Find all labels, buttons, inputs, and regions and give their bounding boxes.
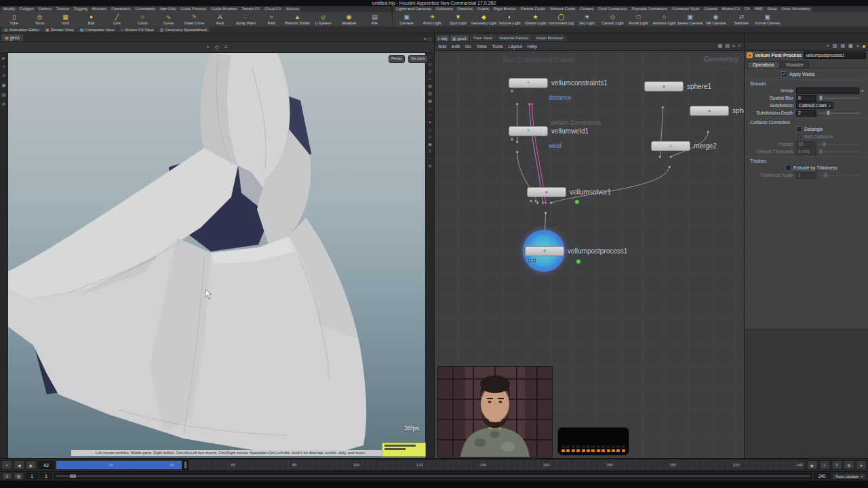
shelf-tab[interactable]: Fluid Containers [596,7,629,12]
menu-item[interactable]: Edit [452,44,460,49]
viewport-tool-icon[interactable]: △ [429,127,432,131]
shelf-tool[interactable]: ◇ Caustic Light [600,13,625,26]
info-dot-icon[interactable] [574,199,580,205]
shelf-tab[interactable]: Guide Process [178,7,208,12]
menu-item[interactable]: Tools [492,44,503,49]
viewport-tool-icon[interactable]: ◎ [428,62,431,66]
shelf-tab[interactable]: Viscous Fluids [548,7,577,12]
shelf-tab[interactable]: Characters [109,7,132,12]
shelf-tool[interactable]: □ Portal Light [626,13,651,26]
shelf-tool[interactable]: ◯ Environment Light [549,13,574,26]
shelf-tab[interactable]: Cloud FX [262,7,283,12]
section-smooth[interactable]: Smooth [746,79,867,87]
shelf-tool[interactable]: ◉ Metaball [336,13,361,26]
subdivision-dropdown[interactable]: Catmull-Clark ▾ [796,102,833,109]
section-collision-correction[interactable]: Collision Correction [746,118,867,125]
node-name-field[interactable] [804,52,866,59]
shelf-tool[interactable]: ▣ Normal Camera [755,13,780,26]
shelf-tool[interactable]: ▼ Spot Light [446,13,471,26]
menu-item[interactable]: Help [528,44,537,49]
info-dot-icon[interactable] [576,259,581,264]
node-vellumweld1[interactable]: * vellumweld1 [509,126,589,136]
subdivision-depth-slider[interactable] [819,113,860,114]
menubar-icon[interactable]: ≡ [732,43,735,49]
viewport-tool-icon[interactable]: ▣ [1,83,5,88]
viewport-3d-scene[interactable] [0,53,434,458]
pane-tab[interactable]: Material Palette [496,35,532,41]
node-merge2[interactable]: ≡ merge2 [651,141,717,151]
group-field[interactable] [796,87,859,94]
parameter-pane-icon[interactable]: + [827,43,829,49]
shelf-tab[interactable]: Motion FX [720,7,742,12]
shelf-tab[interactable]: Drive Simulation [780,7,812,12]
viewport-tool-icon[interactable]: ↺ [428,69,431,74]
pane-control-icon[interactable]: □ [429,37,431,41]
pin-icon[interactable]: ■ [863,44,865,49]
viewport-toolbar-icon[interactable]: ≡ [224,44,228,50]
apply-welds-checkbox[interactable]: ✓ [781,71,787,77]
shelf-tool[interactable]: ∴ Spray Paint [233,13,258,26]
viewport-tool-icon[interactable]: ↺ [2,73,5,79]
viewport-tool-icon[interactable]: ▤ [428,83,432,88]
subdivision-depth-field[interactable]: 2 [796,110,816,117]
node-sphere2[interactable]: ● sphere2 [690,106,744,116]
shelf-tool[interactable]: ☀ Point Light [420,13,445,26]
shelf-tool[interactable]: A Font [208,13,233,26]
current-frame-field[interactable] [38,461,54,469]
camera-persp-button[interactable]: Persp [389,55,405,63]
cook-mode-dropdown[interactable]: Auto Update ▾ [832,473,866,480]
shelf-tab[interactable]: Rigging [72,7,90,12]
viewport-tool-icon[interactable]: ▤ [1,92,5,98]
playback-range-slider[interactable] [54,473,812,479]
shelf-tab[interactable]: Hair Utils [158,7,178,12]
viewport-tool-icon[interactable]: + [3,64,5,69]
shelf-tab[interactable]: Container Tools [670,7,701,12]
bypass-icon[interactable] [533,259,536,262]
menu-item[interactable]: Go [465,44,471,49]
thickness-scale-field[interactable]: 1 [796,172,816,179]
node-vellumconstraints1[interactable]: * vellumconstraints1 [509,78,608,88]
pane-link-tab[interactable]: ∿ Motion FX View [118,26,157,33]
playhead-marker[interactable] [182,460,189,470]
pane-link-tab[interactable]: ▥ Geometry Spreadsheet [157,26,210,33]
default-thickness-slider[interactable] [819,151,860,152]
node-body[interactable]: * [509,126,548,136]
range-option-icon[interactable]: ▥ [14,472,24,480]
menu-item[interactable]: Layout [508,44,521,49]
viewport-tool-icon[interactable]: ▥ [428,91,432,96]
shelf-tool[interactable]: ⇄ Switcher [729,13,754,26]
shelf-tab[interactable]: Modify [1,7,17,12]
breadcrumb-chip[interactable]: ▦ geo1 [450,35,469,41]
shelf-tab[interactable]: Terrain FX [240,7,262,12]
shelf-tab[interactable]: Muscles [90,7,108,12]
shelf-tab[interactable]: Guide Brushes [209,7,239,12]
pane-control-icon[interactable]: ≡ [424,37,427,41]
shelf-tab[interactable]: PBR [753,7,765,12]
viewport-tool-icon[interactable]: ○ [429,113,431,117]
viewport-tool-icon[interactable]: ⋯ [428,156,432,161]
shelf-tab[interactable]: Constraints [133,7,157,12]
global-start-field[interactable] [26,473,38,479]
parameter-pane-icon[interactable]: ▧ [833,43,837,49]
thickness-scale-slider[interactable] [819,175,860,176]
shelf-tab[interactable]: Grains [475,7,491,12]
section-thicken[interactable]: Thicken [746,157,867,164]
viewport-tool-icon[interactable]: + [429,77,431,81]
bypass-icon[interactable] [534,199,537,203]
range-start-field[interactable] [40,473,52,479]
parameter-pane-icon[interactable]: ▦ [848,43,853,49]
menu-item[interactable]: Add [438,44,446,49]
shelf-tool[interactable]: ☀ Sky Light [574,13,599,26]
pane-link-tab[interactable]: ▣ Render View [43,26,77,33]
shelf-tab[interactable]: Particle Fluids [519,7,547,12]
node-vellumsolver1[interactable]: ● vellumsolver1 [527,187,611,197]
shelf-tool[interactable]: ≈ Path [259,13,284,26]
parameter-pane-icon[interactable]: ▤ [840,43,845,49]
tab-visualize[interactable]: Visualize [781,61,809,68]
transport-button[interactable]: » [819,460,830,470]
shelf-tab[interactable]: Collisions [434,7,455,12]
node-body[interactable]: ≡ [651,141,690,151]
menubar-icon[interactable]: ▧ [725,43,730,49]
timeline-ruler[interactable]: 20406080100120140160180200220240 [56,460,806,470]
viewport-pane-tab[interactable]: ▦ geo1 [1,34,23,41]
